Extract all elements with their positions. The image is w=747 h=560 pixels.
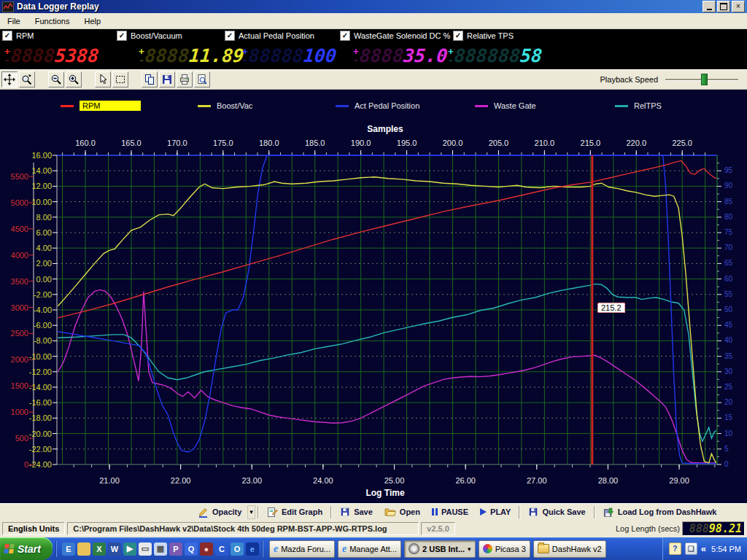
open-log-button[interactable]: Open — [379, 505, 426, 520]
taskbar-button-picasa[interactable]: Picasa 3 — [479, 540, 530, 558]
checkbox-label: Relative TPS — [467, 31, 514, 40]
svg-text:210.0: 210.0 — [535, 139, 555, 147]
print-button[interactable] — [177, 71, 193, 88]
svg-text:225.0: 225.0 — [672, 139, 692, 147]
opacity-dropdown-button[interactable]: ▾ — [247, 505, 255, 519]
zoom-out-button[interactable] — [48, 71, 64, 88]
svg-text:21.00: 21.00 — [99, 476, 120, 485]
checkbox-rpm[interactable]: ✓RPM — [2, 31, 34, 41]
svg-text:75: 75 — [724, 228, 733, 236]
picasa-icon — [483, 544, 492, 553]
taskbar-button-manage-attachments[interactable]: eManage Att... — [338, 540, 401, 558]
led-ghost-digits: 8888 — [10, 45, 56, 66]
taskbar-button-dashhawk[interactable]: DashHawk v2 — [533, 540, 606, 558]
save-log-button[interactable]: Save — [334, 505, 379, 520]
show-desktop-icon[interactable]: ▭ — [139, 542, 152, 556]
pause-button[interactable]: PAUSE — [426, 505, 474, 520]
quick-launch-bar: EXW▶▭▦PQ●COe — [60, 542, 259, 556]
log-length-led-display: 88898.21 — [682, 521, 745, 536]
svg-text:0: 0 — [724, 460, 729, 468]
quicktime-icon[interactable]: Q — [185, 542, 198, 556]
copy-button[interactable] — [142, 71, 158, 88]
quick-save-button[interactable]: Quick Save — [522, 505, 591, 520]
play-button[interactable]: PLAY — [474, 505, 516, 520]
menu-functions[interactable]: Functions — [28, 15, 77, 28]
select-region-button[interactable] — [112, 71, 128, 88]
legend-item-rpm[interactable]: RPM — [61, 100, 141, 112]
checkbox-relative-tps[interactable]: ✓Relative TPS — [453, 31, 514, 41]
data-logger-replay-window: Data Logger Replay × File Functions Help… — [0, 0, 747, 560]
svg-text:30: 30 — [724, 368, 733, 376]
help-tray-icon[interactable]: ? — [669, 542, 681, 555]
load-log-button[interactable]: Load Log from DashHawk — [597, 505, 723, 520]
picasa-icon[interactable]: P — [169, 542, 182, 556]
window-tray-icon[interactable]: ❏ — [685, 542, 697, 555]
checkbox-label: RPM — [16, 31, 34, 40]
taskbar-button-usb-group[interactable]: 2 USB Int...▾ — [404, 540, 476, 558]
word-icon[interactable]: W — [108, 542, 121, 556]
pointer-tool-button[interactable] — [95, 71, 111, 88]
save-button[interactable] — [159, 71, 175, 88]
image-viewer-icon[interactable]: ▦ — [154, 542, 167, 556]
checkbox-checked-icon[interactable]: ✓ — [2, 31, 12, 41]
menu-file[interactable]: File — [0, 15, 28, 28]
playback-speed-control: Playback Speed — [600, 73, 739, 86]
legend-item-pedal[interactable]: Act Pedal Position — [336, 100, 419, 112]
checkbox-label: Boost/Vacuum — [131, 31, 182, 40]
tray-collapse-chevron[interactable]: « — [701, 543, 706, 554]
print-preview-button[interactable] — [194, 71, 210, 88]
slider-thumb[interactable] — [701, 74, 708, 85]
checkbox-actual-pedal-position[interactable]: ✓Actual Pedal Position — [225, 31, 314, 41]
taskbar-divider — [262, 541, 263, 557]
folder-icon[interactable] — [77, 542, 90, 556]
checkbox-wastegate-solenoid[interactable]: ✓WasteGate Solenoid DC % — [340, 31, 450, 41]
legend-item-wastegate[interactable]: Waste Gate — [475, 100, 536, 112]
start-button[interactable]: Start — [0, 537, 53, 560]
menu-help[interactable]: Help — [77, 15, 108, 28]
wmp-icon[interactable]: O — [231, 542, 244, 556]
copernic-icon[interactable]: C — [215, 542, 228, 556]
svg-text:2.00: 2.00 — [36, 259, 52, 268]
maximize-button[interactable] — [717, 1, 730, 12]
svg-text:500: 500 — [15, 434, 28, 443]
taskbar-button-mazda-forum[interactable]: eMazda Foru... — [269, 540, 335, 558]
close-button[interactable]: × — [732, 1, 745, 12]
svg-text:-8.00: -8.00 — [34, 336, 52, 345]
legend-item-reltps[interactable]: RelTPS — [615, 100, 662, 112]
svg-text:2500: 2500 — [11, 329, 28, 338]
zoom-in-button[interactable] — [66, 71, 82, 88]
samples-axis: Samples160.0165.0170.0175.0180.0185.0190… — [63, 124, 705, 155]
legend-swatch — [475, 105, 488, 107]
media-center-icon[interactable]: ● — [200, 542, 213, 556]
svg-text:3500: 3500 — [11, 277, 28, 286]
svg-text:70: 70 — [724, 244, 733, 252]
checkbox-checked-icon[interactable]: ✓ — [225, 31, 235, 41]
media-player-icon[interactable]: ▶ — [123, 542, 136, 556]
outlook-express-icon[interactable]: E — [62, 542, 75, 556]
checkbox-checked-icon[interactable]: ✓ — [453, 31, 463, 41]
pan-tool-button[interactable] — [1, 71, 18, 88]
print-icon — [179, 74, 190, 85]
svg-text:-10.00: -10.00 — [29, 352, 52, 361]
legend-label: Boost/Vac — [217, 101, 252, 110]
svg-text:200.0: 200.0 — [443, 139, 463, 147]
minimize-button[interactable] — [703, 1, 716, 12]
opacity-button[interactable]: Opacity — [192, 505, 247, 520]
chart-plot[interactable]: Samples160.0165.0170.0175.0180.0185.0190… — [0, 90, 747, 503]
legend-item-boost[interactable]: Boost/Vac — [198, 100, 252, 112]
ie-icon[interactable]: e — [246, 542, 259, 556]
zoom-window-button[interactable] — [19, 71, 35, 88]
group-dropdown-icon[interactable]: ▾ — [468, 545, 471, 553]
svg-text:45: 45 — [724, 321, 733, 329]
checkbox-checked-icon[interactable]: ✓ — [340, 31, 350, 41]
svg-text:27.00: 27.00 — [527, 476, 547, 485]
legend-label: Act Pedal Position — [355, 101, 419, 110]
checkbox-boost-vacuum[interactable]: ✓Boost/Vacuum — [117, 31, 182, 41]
cursor-sample-tooltip: 215.2 — [597, 303, 625, 313]
edit-graph-button[interactable]: Edit Graph — [261, 505, 328, 520]
checkbox-checked-icon[interactable]: ✓ — [117, 31, 127, 41]
system-tray: ? ❏ « 5:54 PM — [662, 537, 747, 560]
ie-icon: e — [342, 545, 347, 553]
excel-icon[interactable]: X — [93, 542, 106, 556]
playback-speed-slider[interactable] — [665, 73, 738, 86]
